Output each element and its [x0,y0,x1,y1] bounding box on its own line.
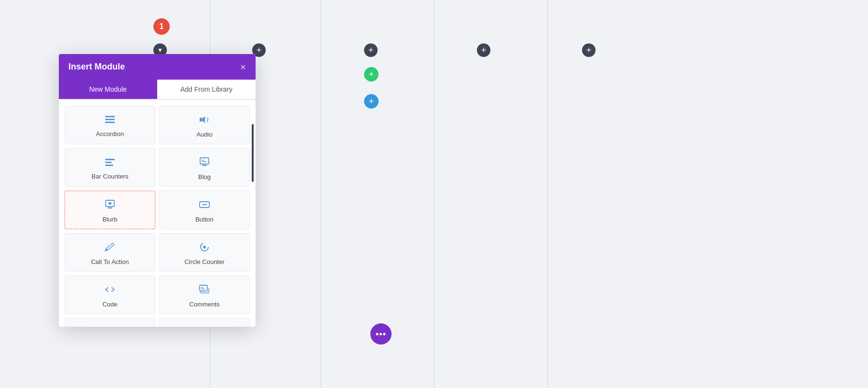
module-code[interactable]: Code [65,276,155,314]
svg-rect-3 [200,118,202,122]
blue-add-button[interactable]: + [364,94,379,109]
step-badge: 1 [153,18,170,35]
blurb-label: Blurb [103,216,117,223]
vline-2 [321,0,321,388]
teal-add-button[interactable]: + [364,67,379,82]
svg-rect-1 [105,119,115,120]
module-button[interactable]: Button [159,191,250,229]
svg-rect-13 [200,285,207,291]
scrollbar-indicator [252,124,254,182]
three-dots-button[interactable]: ••• [370,323,392,345]
audio-label: Audio [196,131,212,138]
module-blurb[interactable]: Blurb [65,191,155,229]
blog-label: Blog [198,173,211,180]
button-icon [199,199,210,212]
module-comments[interactable]: Comments [159,276,250,314]
blog-icon [199,157,210,169]
contact-form-icon [104,327,116,327]
module-countdown[interactable]: Countdown [159,318,250,327]
svg-rect-2 [105,122,115,123]
step-number: 1 [160,22,164,31]
tab-new-module[interactable]: New Module [59,80,157,99]
bar-counters-icon [104,157,116,169]
call-to-action-label: Call To Action [91,258,129,265]
module-circle-counter[interactable]: Circle Counter [159,233,250,272]
svg-rect-6 [105,165,113,166]
module-accordion[interactable]: Accordion [65,106,155,144]
code-label: Code [102,301,117,308]
module-blog[interactable]: Blog [159,148,250,187]
call-to-action-icon [104,242,116,254]
comments-icon [199,284,210,297]
code-icon [104,284,116,297]
modal-close-button[interactable]: × [240,62,246,72]
svg-rect-14 [201,287,203,288]
modules-grid: Accordion Audio [65,106,250,327]
module-bar-counters[interactable]: Bar Counters [65,148,155,187]
vline-4 [547,0,548,388]
modal-body: Accordion Audio [59,100,256,327]
add-button-col4[interactable]: + [582,43,596,57]
bar-counters-label: Bar Counters [92,173,129,180]
add-button-col2[interactable]: + [364,43,378,57]
modal-title: Insert Module [68,62,125,72]
blurb-icon [105,199,115,212]
svg-rect-5 [105,162,112,163]
svg-rect-15 [201,289,205,290]
audio-icon [199,114,210,127]
tab-add-from-library[interactable]: Add From Library [157,80,256,99]
circle-counter-label: Circle Counter [184,258,224,265]
modal-tabs: New Module Add From Library [59,80,256,100]
svg-rect-4 [105,159,115,160]
three-dots-label: ••• [376,329,386,339]
comments-label: Comments [190,301,220,308]
modal-header: Insert Module × [59,54,256,80]
accordion-label: Accordion [96,130,124,138]
countdown-icon [199,327,210,327]
button-label: Button [195,216,214,223]
vline-3 [434,0,434,388]
module-contact-form[interactable]: Contact Form [65,318,155,327]
circle-counter-icon [199,242,210,254]
svg-rect-0 [105,116,115,117]
add-button-col3[interactable]: + [477,43,490,57]
svg-rect-9 [108,202,111,205]
svg-rect-7 [200,158,209,164]
accordion-icon [104,115,116,126]
insert-module-modal: Insert Module × New Module Add From Libr… [59,54,256,327]
module-audio[interactable]: Audio [159,106,250,144]
module-call-to-action[interactable]: Call To Action [65,233,155,272]
svg-point-12 [203,246,206,249]
